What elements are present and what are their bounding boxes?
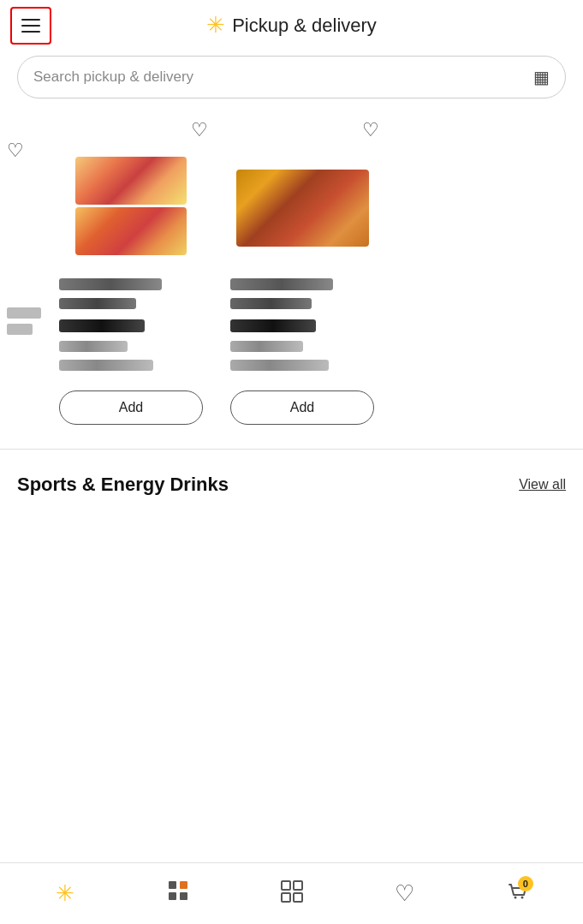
search-placeholder-text: Search pickup & delivery — [33, 69, 526, 86]
svg-rect-3 — [180, 892, 187, 900]
search-bar-wrapper: Search pickup & delivery ▦ — [0, 47, 583, 114]
product-price-2 — [230, 319, 374, 339]
menu-button[interactable] — [10, 7, 51, 45]
svg-point-9 — [521, 896, 523, 898]
nav-item-home[interactable]: ✳ — [9, 863, 122, 924]
home-walmart-icon: ✳ — [56, 880, 74, 907]
nav-item-departments[interactable] — [122, 863, 235, 924]
menu-line-2 — [21, 25, 40, 27]
main-content: ♡ ♡ — [0, 114, 583, 576]
walmart-star-icon: ✳ — [206, 12, 225, 39]
product-image-wrap-2 — [229, 148, 376, 268]
svg-rect-6 — [282, 893, 290, 902]
product-cards-row: ♡ ♡ — [0, 114, 583, 440]
bottom-nav: ✳ ♡ — [0, 862, 583, 924]
product-weight-2 — [230, 360, 374, 377]
barcode-icon[interactable]: ▦ — [533, 67, 550, 87]
cart-icon: 0 — [506, 879, 530, 909]
favorite-button-2[interactable]: ♡ — [362, 121, 379, 140]
header-title: Pickup & delivery — [232, 15, 377, 37]
cart-badge: 0 — [518, 876, 533, 891]
menu-line-3 — [21, 31, 40, 33]
search-bar[interactable]: Search pickup & delivery ▦ — [17, 56, 566, 98]
section-divider — [0, 449, 583, 450]
svg-rect-7 — [294, 893, 302, 902]
product-name-1 — [59, 278, 203, 316]
svg-rect-1 — [180, 881, 187, 889]
product-card-1: ♡ Ad — [45, 114, 217, 440]
view-all-button[interactable]: View all — [519, 477, 566, 492]
add-button-2[interactable]: Add — [230, 390, 374, 425]
departments-icon — [167, 879, 189, 908]
menu-line-1 — [21, 19, 40, 21]
product-unit-1 — [59, 341, 203, 358]
nav-item-lists[interactable] — [235, 863, 348, 924]
product-card-2: ♡ Add — [217, 114, 388, 440]
add-button-1[interactable]: Add — [59, 390, 203, 425]
svg-point-8 — [514, 896, 516, 898]
product-image-1 — [75, 157, 187, 259]
favorite-button-1[interactable]: ♡ — [191, 121, 208, 140]
nav-item-cart[interactable]: 0 — [461, 863, 574, 924]
sports-energy-title: Sports & Energy Drinks — [17, 474, 229, 496]
svg-rect-4 — [282, 881, 290, 890]
lists-icon — [281, 880, 303, 908]
product-weight-1 — [59, 360, 203, 377]
nav-item-favorites[interactable]: ♡ — [348, 863, 461, 924]
svg-rect-0 — [169, 881, 176, 889]
product-card-partial: ♡ — [7, 114, 45, 340]
favorites-icon: ♡ — [395, 880, 414, 907]
product-price-1 — [59, 319, 203, 339]
product-info-2: Add — [229, 278, 376, 425]
header: ✳ Pickup & delivery — [0, 0, 583, 47]
svg-rect-2 — [169, 892, 176, 900]
product-info-1: Add — [57, 278, 205, 425]
product-unit-2 — [230, 341, 374, 358]
header-logo: ✳ Pickup & delivery — [206, 12, 377, 39]
product-image-2 — [236, 170, 369, 247]
sports-energy-section-header: Sports & Energy Drinks View all — [0, 456, 583, 508]
product-name-2 — [230, 278, 374, 316]
svg-rect-5 — [294, 881, 302, 890]
product-image-wrap-1 — [57, 148, 205, 268]
favorite-button-partial[interactable]: ♡ — [7, 140, 24, 161]
